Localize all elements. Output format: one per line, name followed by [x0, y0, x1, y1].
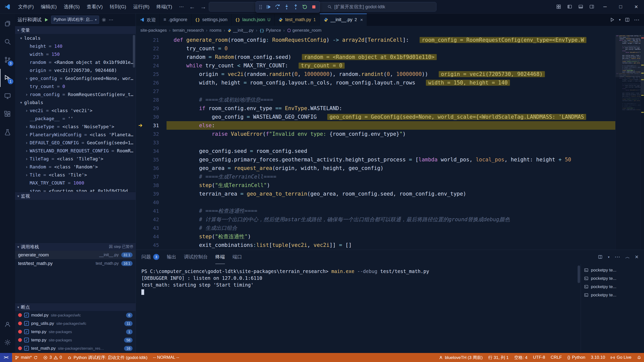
maximize-panel-icon[interactable]: ︿	[625, 254, 630, 260]
layout-grid-icon[interactable]	[553, 0, 564, 13]
breakpoints-header[interactable]: ▾ 断点	[15, 303, 136, 311]
status-encoding[interactable]: UTF-8	[530, 353, 548, 362]
variable-row[interactable]: ›geo_config = GeoConfig(seed=None, wor…	[15, 74, 136, 82]
variable-row[interactable]: ›vec2i = <class 'vec2i'>	[15, 106, 136, 114]
stop-button[interactable]	[309, 2, 318, 12]
gutter[interactable]: 45	[136, 241, 167, 249]
variable-row[interactable]: ›PlanetaryWindConfig = <class 'Planeta…	[15, 130, 136, 139]
gutter[interactable]: 43	[136, 224, 167, 232]
variable-row[interactable]: ›room_config = RoomRequestConfig(env_t…	[15, 90, 136, 98]
tab-test_math.py[interactable]: test_math.py1	[274, 14, 320, 26]
maximize-button[interactable]: □	[613, 0, 628, 13]
close-tab-icon[interactable]: ×	[360, 17, 363, 23]
panel-tab-终端[interactable]: 终端	[215, 250, 225, 264]
layout-layoutBottom-icon[interactable]	[575, 0, 586, 13]
status-debug-status[interactable]: Python 调试程序: 启动文件 (godot-ldtk)	[65, 353, 150, 362]
step-over-button[interactable]	[273, 2, 282, 12]
breadcrumb-item[interactable]: {}Pylance	[259, 28, 281, 33]
more-editor-actions-icon[interactable]: ⋯	[634, 17, 639, 23]
tab-.gdignore[interactable]: ≡.gdignore	[160, 14, 191, 26]
gutter[interactable]: 28	[136, 96, 167, 104]
debug-config-dropdown[interactable]: Python 调试程序: 启... ▾	[51, 16, 99, 24]
activity-source-control[interactable]: 3	[0, 51, 15, 69]
menu-item[interactable]: 转到(G)	[106, 0, 130, 13]
status-language-mode[interactable]: {}Python	[565, 353, 588, 362]
variable-row[interactable]: ›random = <Random object at 0x1bf9d01e…	[15, 58, 136, 66]
gutter[interactable]: 25	[136, 70, 167, 78]
status-eol[interactable]: CRLF	[548, 353, 565, 362]
start-debugging-button[interactable]	[44, 17, 49, 22]
callstack-header[interactable]: ▾ 调用堆栈 因 step 已暂停	[15, 243, 136, 251]
terminal-instance[interactable]: pocketpy te...	[581, 274, 644, 283]
gear-icon[interactable]	[101, 17, 106, 22]
restart-button[interactable]	[300, 2, 309, 12]
continue-button[interactable]	[264, 2, 273, 12]
variables-scrollbar[interactable]	[133, 35, 135, 68]
gutter[interactable]: 35	[136, 155, 167, 164]
panel-tab-问题[interactable]: 问题3	[141, 250, 159, 264]
chevron-down-icon[interactable]: ▾	[608, 255, 610, 259]
minimize-button[interactable]: ─	[597, 0, 613, 13]
status-git-blame[interactable]: blueloveTH (3 周前)	[436, 353, 485, 362]
breakpoint-row[interactable]: ✓temp.pysite-packages58	[15, 336, 136, 344]
activity-explorer[interactable]	[0, 15, 15, 33]
breakpoint-checkbox[interactable]: ✓	[24, 346, 29, 351]
gutter[interactable]: 32	[136, 130, 167, 138]
breakpoint-checkbox[interactable]: ✓	[24, 338, 29, 342]
activity-search[interactable]	[0, 33, 15, 51]
gutter[interactable]: 40	[136, 198, 167, 207]
terminal-instance[interactable]: pocketpy te...	[581, 266, 644, 274]
breadcrumb-item[interactable]: __init__.py	[227, 28, 254, 33]
gutter[interactable]: 24	[136, 61, 167, 70]
gutter[interactable]: 30	[136, 113, 167, 121]
gutter[interactable]: 31	[136, 121, 167, 130]
code-editor[interactable]: 21def generate_room(room_config: RoomReq…	[136, 35, 615, 250]
gutter[interactable]: 36	[136, 164, 167, 172]
run-file-icon[interactable]	[610, 17, 615, 22]
terminal-instance[interactable]: pocketpy te...	[581, 291, 644, 299]
gutter[interactable]: 38	[136, 181, 167, 190]
callstack-frame[interactable]: test/test_math.pytest_math.py16:1	[15, 259, 136, 268]
gutter[interactable]: 34	[136, 147, 167, 155]
layout-layoutRight-icon[interactable]	[586, 0, 597, 13]
panel-tab-输出[interactable]: 输出	[167, 250, 176, 264]
breakpoint-row[interactable]: ✓test_math.pysite-packages\terrain_res…1…	[15, 344, 136, 352]
gutter[interactable]: 21	[136, 36, 167, 44]
nav-back-icon[interactable]: ←	[189, 0, 195, 14]
gutter[interactable]: 29	[136, 104, 167, 113]
status-remote-indicator[interactable]: ><	[0, 353, 12, 362]
terminal-output[interactable]: PS C:\computer_science\godot-ldtk\site-p…	[136, 264, 577, 353]
menu-item[interactable]: 编辑(E)	[37, 0, 60, 13]
panel-tab-端口[interactable]: 端口	[232, 250, 242, 264]
gutter[interactable]: 41	[136, 207, 167, 215]
status-notifications[interactable]	[634, 353, 644, 362]
breadcrumb-item[interactable]: site-packages	[140, 28, 167, 33]
breakpoint-row[interactable]: ✓temp.pysite-packages1	[15, 328, 136, 336]
variable-row[interactable]: ›MAX_TRY_COUNT = 1000	[15, 179, 136, 187]
activity-extensions[interactable]	[0, 105, 15, 123]
command-center[interactable]: [扩展开发宿主] godot-ldtk	[209, 2, 436, 12]
status-problems[interactable]: 30	[41, 353, 65, 362]
menu-item[interactable]: 查看(V)	[83, 0, 106, 13]
status-git-branch[interactable]: main*	[12, 353, 41, 362]
gutter[interactable]: 33	[136, 138, 167, 147]
terminal-scrollbar[interactable]	[577, 264, 581, 353]
activity-testing[interactable]	[0, 123, 15, 141]
more-panel-actions-icon[interactable]: ⋯	[615, 254, 620, 260]
close-button[interactable]: ×	[628, 0, 644, 13]
breadcrumb-item[interactable]: rooms	[210, 28, 221, 33]
gutter[interactable]: 26	[136, 78, 167, 87]
watch-header[interactable]: ▾ 监视	[15, 192, 136, 200]
overview-ruler[interactable]	[640, 35, 644, 250]
callstack-frame[interactable]: generate_room__init__.py31:1	[15, 251, 136, 259]
status-vim-mode[interactable]: -- NORMAL --	[150, 353, 182, 362]
variable-row[interactable]: ›__package__ = ''	[15, 114, 136, 122]
tab-launch.json[interactable]: {}launch.jsonU	[231, 14, 274, 26]
tab-__init__.py[interactable]: __init__.py2×	[320, 14, 367, 26]
status-go-live[interactable]: Go Live	[608, 353, 634, 362]
variable-row[interactable]: ›Random = <class 'Random'>	[15, 163, 136, 171]
nav-forward-icon[interactable]: →	[200, 0, 206, 14]
gutter[interactable]: 37	[136, 172, 167, 181]
terminal-instance[interactable]: pocketpy te...	[581, 283, 644, 291]
variable-row[interactable]: ›NoiseType = <class 'NoiseType'>	[15, 122, 136, 130]
